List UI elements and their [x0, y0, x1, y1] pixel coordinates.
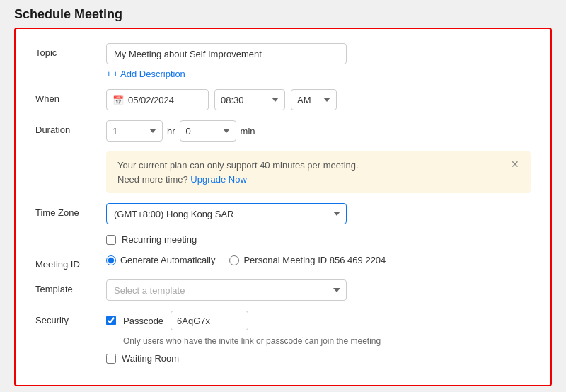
- personal-id-label: Personal Meeting ID 856 469 2204: [243, 255, 386, 265]
- recurring-checkbox[interactable]: [106, 235, 116, 245]
- add-description-link[interactable]: + + Add Description: [106, 69, 531, 79]
- passcode-hint: Only users who have the invite link or p…: [123, 336, 531, 346]
- add-description-label: + Add Description: [113, 69, 185, 79]
- info-banner: Your current plan can only support 40 mi…: [106, 151, 531, 193]
- passcode-row: Passcode: [106, 311, 531, 330]
- form-container: Topic + + Add Description When 📅 05/02/2…: [14, 28, 552, 386]
- info-banner-text: Your current plan can only support 40 mi…: [117, 158, 359, 186]
- recurring-row: Recurring meeting: [35, 234, 531, 245]
- duration-hr-select[interactable]: 1 0 2: [106, 120, 163, 142]
- meeting-id-row: Meeting ID Generate Automatically Person…: [35, 255, 531, 270]
- topic-row: Topic + + Add Description: [35, 43, 531, 79]
- duration-label: Duration: [35, 120, 106, 135]
- duration-inputs: 1 0 2 hr 0 15 30 45 min: [106, 120, 531, 142]
- timezone-label: Time Zone: [35, 203, 106, 218]
- date-value: 05/02/2024: [128, 95, 174, 105]
- info-banner-sub: Need more time?: [117, 174, 188, 185]
- when-row: When 📅 05/02/2024 08:30 08:00 09:00 AM P…: [35, 89, 531, 110]
- ampm-select[interactable]: AM PM: [291, 89, 337, 110]
- recurring-label: Recurring meeting: [122, 234, 197, 245]
- duration-row: Duration 1 0 2 hr 0 15 30 45 min: [35, 120, 531, 142]
- when-content: 📅 05/02/2024 08:30 08:00 09:00 AM PM: [106, 89, 531, 110]
- plus-icon: +: [106, 69, 112, 79]
- template-row: Template Select a template: [35, 279, 531, 301]
- info-banner-main: Your current plan can only support 40 mi…: [117, 160, 359, 171]
- passcode-label: Passcode: [123, 316, 163, 326]
- timezone-content: (GMT+8:00) Hong Kong SAR (GMT+0:00) UTC …: [106, 203, 531, 224]
- topic-content: + + Add Description: [106, 43, 531, 79]
- waiting-room-label: Waiting Room: [122, 353, 179, 364]
- duration-min-select[interactable]: 0 15 30 45: [180, 120, 236, 142]
- meeting-id-label: Meeting ID: [35, 255, 106, 270]
- topic-label: Topic: [35, 43, 106, 58]
- duration-content: 1 0 2 hr 0 15 30 45 min: [106, 120, 531, 142]
- hr-label: hr: [167, 126, 175, 137]
- security-label: Security: [35, 311, 106, 325]
- meeting-id-options: Generate Automatically Personal Meeting …: [106, 255, 531, 265]
- upgrade-link[interactable]: Upgrade Now: [190, 174, 247, 185]
- topic-input[interactable]: [106, 43, 347, 64]
- page-title: Schedule Meeting: [14, 7, 122, 22]
- passcode-checkbox[interactable]: [106, 316, 116, 325]
- auto-generate-radio[interactable]: [106, 255, 116, 265]
- when-label: When: [35, 89, 106, 104]
- min-label: min: [241, 126, 255, 137]
- timezone-row: Time Zone (GMT+8:00) Hong Kong SAR (GMT+…: [35, 203, 531, 224]
- date-input[interactable]: 📅 05/02/2024: [106, 89, 209, 110]
- template-content: Select a template: [106, 279, 531, 301]
- security-row: Security Passcode Only users who have th…: [35, 311, 531, 364]
- calendar-icon: 📅: [112, 95, 124, 105]
- security-content: Passcode Only users who have the invite …: [106, 311, 531, 364]
- personal-id-option[interactable]: Personal Meeting ID 856 469 2204: [229, 255, 386, 265]
- close-banner-button[interactable]: ✕: [511, 158, 519, 170]
- passcode-input[interactable]: [171, 311, 248, 330]
- auto-generate-label: Generate Automatically: [120, 255, 215, 265]
- template-select[interactable]: Select a template: [106, 279, 347, 301]
- template-label: Template: [35, 279, 106, 294]
- waiting-room-checkbox[interactable]: [106, 354, 116, 364]
- waiting-room-row: Waiting Room: [106, 353, 531, 364]
- auto-generate-option[interactable]: Generate Automatically: [106, 255, 215, 265]
- when-inputs: 📅 05/02/2024 08:30 08:00 09:00 AM PM: [106, 89, 531, 110]
- timezone-select[interactable]: (GMT+8:00) Hong Kong SAR (GMT+0:00) UTC …: [106, 203, 347, 224]
- personal-id-radio[interactable]: [229, 255, 239, 265]
- time-select[interactable]: 08:30 08:00 09:00: [214, 89, 285, 110]
- meeting-id-content: Generate Automatically Personal Meeting …: [106, 255, 531, 265]
